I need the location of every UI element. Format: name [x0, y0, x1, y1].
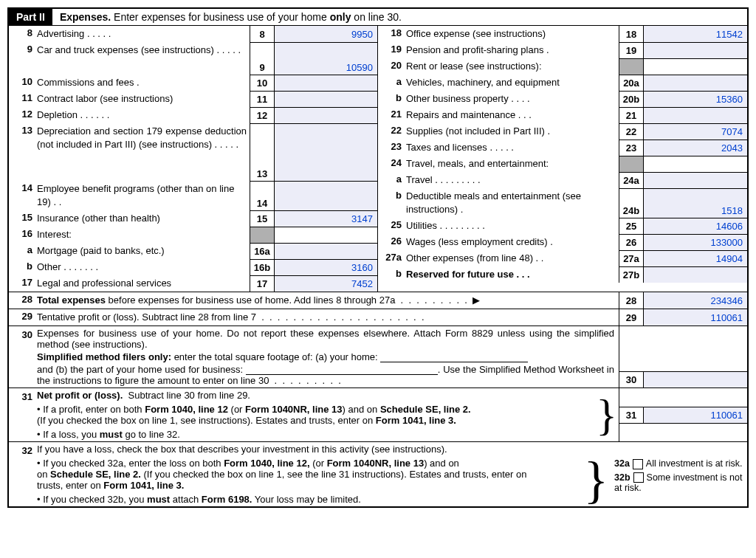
line-15-value[interactable]: 3147: [275, 210, 378, 227]
line-21-label: Repairs and maintenance . . .: [406, 107, 619, 123]
line-12-value[interactable]: [275, 107, 378, 123]
line-8-value[interactable]: 9950: [275, 26, 378, 42]
line-22-num: 22: [378, 123, 406, 140]
line-28-label: Total expenses before expenses for busin…: [37, 292, 619, 309]
line-27a-box: 27a: [619, 250, 644, 266]
line-30: 30 Expenses for business use of your hom…: [9, 326, 747, 388]
line-32-text: If you have a loss, check the box that d…: [37, 442, 614, 506]
line-16b-label: Other . . . . . . .: [37, 259, 250, 275]
line-29-label: Tentative profit or (loss). Subtract lin…: [37, 309, 619, 326]
line-16b-value[interactable]: 3160: [275, 259, 378, 275]
line-24: 24 Travel, meals, and entertainment:: [378, 156, 747, 172]
line-23-value[interactable]: 2043: [644, 140, 747, 156]
line-29: 29 Tentative profit or (loss). Subtract …: [9, 309, 747, 326]
line-10-value[interactable]: [275, 75, 378, 91]
line-24b-value[interactable]: 1518: [644, 188, 747, 218]
line-25-value[interactable]: 14606: [644, 218, 747, 234]
line-17-num: 17: [9, 275, 37, 292]
line-20b-value[interactable]: 15360: [644, 91, 747, 107]
line-12-num: 12: [9, 107, 37, 123]
line-22: 22 Supplies (not included in Part III) .…: [378, 123, 747, 140]
line-19: 19 Pension and profit-sharing plans . 19: [378, 42, 747, 58]
line-9-box: 9: [250, 42, 275, 75]
line-31-num: 31: [9, 388, 37, 441]
line-13-value[interactable]: [275, 123, 378, 181]
line-16-label: Interest:: [37, 227, 250, 243]
line-16a-label: Mortgage (paid to banks, etc.): [37, 243, 250, 259]
line-31-head: Net profit or (loss). Subtract line 30 f…: [37, 390, 590, 401]
line-24b-num: b: [378, 188, 406, 218]
line-15-num: 15: [9, 210, 37, 227]
line-9-label: Car and truck expenses (see instructions…: [37, 42, 250, 75]
line-9-value[interactable]: 10590: [275, 42, 378, 75]
line-20b-num: b: [378, 91, 406, 107]
line-11-label: Contract labor (see instructions): [37, 91, 250, 107]
line-21-box: 21: [619, 107, 644, 123]
line-24-value-blank: [644, 156, 747, 172]
line-31-value[interactable]: 110061: [644, 407, 747, 423]
line-25-box: 25: [619, 218, 644, 234]
line-32-bullet-1: • If you checked 32a, enter the loss on …: [37, 458, 582, 491]
line-22-value[interactable]: 7074: [644, 123, 747, 140]
line-31-bullet-1: • If a profit, enter on both Form 1040, …: [37, 404, 590, 426]
line-23-num: 23: [378, 140, 406, 156]
line-20b: b Other business property . . . . 20b 15…: [378, 91, 747, 107]
line-10-label: Commissions and fees .: [37, 75, 250, 91]
line-29-value[interactable]: 110061: [644, 309, 747, 326]
line-28: 28 Total expenses before expenses for bu…: [9, 292, 747, 309]
line-30-p3: and (b) the part of your home used for b…: [37, 364, 614, 386]
line-20a-value[interactable]: [644, 75, 747, 91]
line-32-bullet-2: • If you checked 32b, you must attach Fo…: [37, 494, 582, 505]
risk-options: 32aAll investment is at risk. 32bSome in…: [614, 442, 747, 506]
line-17-box: 17: [250, 275, 275, 292]
line-21-num: 21: [378, 107, 406, 123]
line-14-value[interactable]: [275, 181, 378, 210]
field-business-sqft[interactable]: [246, 364, 438, 375]
line-19-box: 19: [619, 42, 644, 58]
line-24b: b Deductible meals and entertainment (se…: [378, 188, 747, 218]
line-15-box: 15: [250, 210, 275, 227]
title-text-2: on line 30.: [351, 11, 402, 23]
line-17-value[interactable]: 7452: [275, 275, 378, 292]
line-25: 25 Utilities . . . . . . . . . 25 14606: [378, 218, 747, 234]
line-11: 11 Contract labor (see instructions) 11: [9, 91, 378, 107]
line-20-box-shaded: [619, 58, 644, 75]
line-26-value[interactable]: 133000: [644, 234, 747, 250]
line-24a-num: a: [378, 172, 406, 188]
line-21: 21 Repairs and maintenance . . . 21: [378, 107, 747, 123]
line-18-value[interactable]: 11542: [644, 26, 747, 42]
line-16a-box: 16a: [250, 243, 275, 259]
line-12-label: Depletion . . . . . .: [37, 107, 250, 123]
line-24a-value[interactable]: [644, 172, 747, 188]
line-17: 17 Legal and professional services 17 74…: [9, 275, 378, 292]
line-27a-value[interactable]: 14904: [644, 250, 747, 266]
line-23: 23 Taxes and licenses . . . . . 23 2043: [378, 140, 747, 156]
line-31-bullet-2: • If a loss, you must go to line 32.: [37, 429, 590, 440]
line-11-value[interactable]: [275, 91, 378, 107]
line-27b: b Reserved for future use . . . 27b: [378, 266, 747, 283]
line-30-num: 30: [9, 326, 37, 388]
title-only: only: [330, 11, 351, 23]
line-22-box: 22: [619, 123, 644, 140]
line-19-value[interactable]: [644, 42, 747, 58]
line-21-value[interactable]: [644, 107, 747, 123]
line-20b-label: Other business property . . . .: [406, 91, 619, 107]
line-27b-box: 27b: [619, 266, 644, 283]
line-10: 10 Commissions and fees . 10: [9, 75, 378, 91]
line-9: 9 Car and truck expenses (see instructio…: [9, 42, 378, 75]
checkbox-32b[interactable]: [633, 472, 644, 483]
checkbox-32a[interactable]: [633, 459, 643, 469]
line-16a-value[interactable]: [275, 243, 378, 259]
field-home-sqft[interactable]: [380, 351, 528, 362]
line-16b-num: b: [9, 259, 37, 275]
line-31-text: Net profit or (loss). Subtract line 30 f…: [37, 388, 594, 441]
line-15: 15 Insurance (other than health) 15 3147: [9, 210, 378, 227]
line-28-value[interactable]: 234346: [644, 292, 747, 309]
line-27b-value[interactable]: [644, 266, 747, 283]
line-14-num: 14: [9, 181, 37, 210]
line-30-value[interactable]: [644, 371, 747, 388]
title-text-1: Enter expenses for business use of your …: [111, 11, 330, 23]
expense-columns: 8 Advertising . . . . . 8 9950 9 Car and…: [9, 26, 747, 292]
line-28-box: 28: [619, 292, 644, 309]
part-label: Part II: [9, 9, 52, 25]
